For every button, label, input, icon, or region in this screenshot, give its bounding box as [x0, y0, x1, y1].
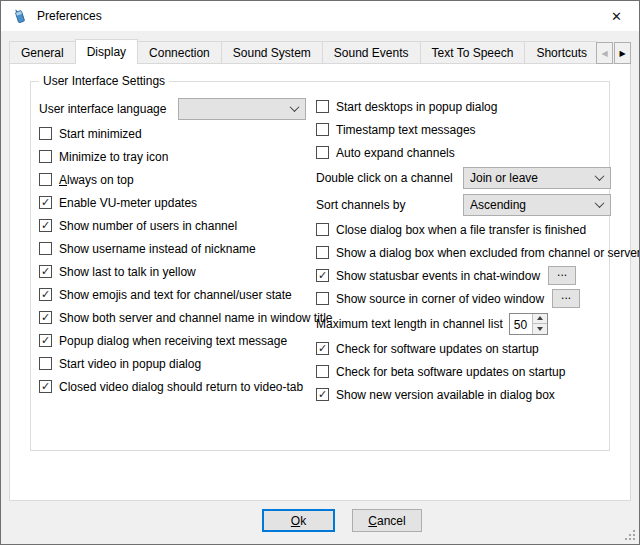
row-check-for-software-updates-on-startup[interactable]: ✓Check for software updates on startup	[316, 337, 609, 360]
row-check-for-beta-software-updates-on-startup[interactable]: ✓Check for beta software updates on star…	[316, 360, 609, 383]
row-show-emojis-and-text-for-channel-user-state[interactable]: ✓Show emojis and text for channel/user s…	[39, 283, 316, 306]
row-show-new-version-available-in-dialog-box[interactable]: ✓Show new version available in dialog bo…	[316, 383, 609, 406]
checkbox[interactable]: ✓	[39, 173, 52, 186]
chevron-down-icon	[595, 198, 605, 208]
row-start-minimized[interactable]: ✓Start minimized	[39, 122, 316, 145]
checkbox[interactable]: ✓	[316, 365, 329, 378]
tab-sound-events[interactable]: Sound Events	[322, 41, 421, 64]
checkbox-label: Check for software updates on startup	[336, 342, 539, 356]
right-column: ✓Start desktops in popup dialog✓Timestam…	[316, 95, 609, 406]
field-sort-channels-by: Sort channels byAscending	[316, 191, 609, 218]
row-auto-expand-channels[interactable]: ✓Auto expand channels	[316, 141, 609, 164]
tab-bar: GeneralDisplayConnectionSound SystemSoun…	[9, 39, 631, 64]
checkbox[interactable]: ✓	[39, 196, 52, 209]
row-show-statusbar-events-in-chat-window[interactable]: ✓Show statusbar events in chat-window...	[316, 264, 609, 287]
cancel-button[interactable]: Cancel	[352, 509, 422, 532]
row-show-source-in-corner-of-video-window[interactable]: ✓Show source in corner of video window..…	[316, 287, 609, 310]
checkbox[interactable]: ✓	[316, 292, 329, 305]
checkbox[interactable]: ✓	[39, 288, 52, 301]
row-start-video-in-popup-dialog[interactable]: ✓Start video in popup dialog	[39, 352, 316, 375]
double-click-on-a-channel-combobox[interactable]: Join or leave	[463, 167, 611, 189]
chevron-down-icon	[290, 102, 300, 112]
checkbox-label: Popup dialog when receiving text message	[59, 334, 287, 348]
more-button[interactable]: ...	[552, 289, 580, 308]
checkbox-label: Show last to talk in yellow	[59, 265, 196, 279]
group-title: User Interface Settings	[39, 74, 169, 88]
checkbox-label: Show username instead of nickname	[59, 242, 256, 256]
checkbox-label: Closed video dialog should return to vid…	[59, 380, 303, 394]
checkbox-label: Enable VU-meter updates	[59, 196, 197, 210]
row-close-dialog-box-when-a-file-transfer-is-finished[interactable]: ✓Close dialog box when a file transfer i…	[316, 218, 609, 241]
sort-channels-by-combobox[interactable]: Ascending	[463, 194, 611, 216]
checkbox-label: Always on top	[59, 173, 134, 187]
chevron-down-icon	[595, 171, 605, 181]
checkbox[interactable]: ✓	[316, 269, 329, 282]
checkbox[interactable]: ✓	[316, 223, 329, 236]
title-bar: Preferences ✕	[1, 1, 639, 31]
tab-sound-system[interactable]: Sound System	[221, 41, 323, 64]
spinner-buttons	[532, 314, 547, 334]
checkbox[interactable]: ✓	[39, 219, 52, 232]
checkbox-label: Show a dialog box when excluded from cha…	[336, 246, 640, 260]
row-timestamp-text-messages[interactable]: ✓Timestamp text messages	[316, 118, 609, 141]
tab-connection[interactable]: Connection	[137, 41, 222, 64]
tab-display[interactable]: Display	[75, 39, 138, 64]
row-enable-vu-meter-updates[interactable]: ✓Enable VU-meter updates	[39, 191, 316, 214]
row-show-last-to-talk-in-yellow[interactable]: ✓Show last to talk in yellow	[39, 260, 316, 283]
checkbox[interactable]: ✓	[39, 357, 52, 370]
field-double-click-on-a-channel: Double click on a channelJoin or leave	[316, 164, 609, 191]
row-closed-video-dialog-should-return-to-video-tab[interactable]: ✓Closed video dialog should return to vi…	[39, 375, 316, 398]
tab-text-to-speech[interactable]: Text To Speech	[420, 41, 526, 64]
close-button[interactable]: ✕	[594, 1, 639, 31]
maximum-text-length-in-channel-list-spinbox[interactable]: 50	[509, 313, 548, 335]
checkbox[interactable]: ✓	[316, 342, 329, 355]
arrow-up-icon	[537, 316, 543, 320]
check-icon: ✓	[41, 381, 50, 392]
resize-grip[interactable]	[633, 538, 635, 540]
checkbox-label: Start desktops in popup dialog	[336, 100, 497, 114]
checkbox[interactable]: ✓	[316, 146, 329, 159]
checkbox[interactable]: ✓	[39, 242, 52, 255]
checkbox-label: Show statusbar events in chat-window	[336, 269, 540, 283]
spin-down-button[interactable]	[533, 324, 547, 334]
checkbox[interactable]: ✓	[39, 334, 52, 347]
row-start-desktops-in-popup-dialog[interactable]: ✓Start desktops in popup dialog	[316, 95, 609, 118]
check-icon: ✓	[41, 266, 50, 277]
tab-scroll-left-button[interactable]: ◀	[596, 42, 613, 64]
row-always-on-top[interactable]: ✓Always on top	[39, 168, 316, 191]
tab-shortcuts[interactable]: Shortcuts	[524, 41, 597, 64]
checkbox[interactable]: ✓	[39, 127, 52, 140]
checkbox[interactable]: ✓	[316, 123, 329, 136]
checkbox[interactable]: ✓	[39, 311, 52, 324]
checkbox[interactable]: ✓	[316, 100, 329, 113]
settings-columns: User interface language✓Start minimized✓…	[31, 82, 609, 406]
checkbox[interactable]: ✓	[316, 246, 329, 259]
checkbox-label: Check for beta software updates on start…	[336, 365, 565, 379]
spinbox-value: 50	[510, 314, 532, 334]
more-button[interactable]: ...	[548, 266, 576, 285]
ok-button[interactable]: Ok	[262, 509, 335, 532]
check-icon: ✓	[41, 197, 50, 208]
row-popup-dialog-when-receiving-text-message[interactable]: ✓Popup dialog when receiving text messag…	[39, 329, 316, 352]
row-show-both-server-and-channel-name-in-window-title[interactable]: ✓Show both server and channel name in wi…	[39, 306, 316, 329]
checkbox-label: Minimize to tray icon	[59, 150, 168, 164]
window-title: Preferences	[37, 9, 102, 23]
row-show-number-of-users-in-channel[interactable]: ✓Show number of users in channel	[39, 214, 316, 237]
checkbox[interactable]: ✓	[316, 388, 329, 401]
check-icon: ✓	[318, 389, 327, 400]
checkbox[interactable]: ✓	[39, 265, 52, 278]
tab-general[interactable]: General	[9, 41, 76, 64]
field-label: User interface language	[39, 102, 178, 116]
user-interface-language-combobox[interactable]	[178, 98, 306, 120]
row-show-a-dialog-box-when-excluded-from-channel-or-server[interactable]: ✓Show a dialog box when excluded from ch…	[316, 241, 609, 264]
row-minimize-to-tray-icon[interactable]: ✓Minimize to tray icon	[39, 145, 316, 168]
spin-up-button[interactable]	[533, 314, 547, 325]
check-icon: ✓	[318, 343, 327, 354]
left-column: User interface language✓Start minimized✓…	[39, 95, 316, 406]
checkbox[interactable]: ✓	[39, 380, 52, 393]
tab-scroll-right-button[interactable]: ▶	[614, 42, 631, 64]
row-show-username-instead-of-nickname[interactable]: ✓Show username instead of nickname	[39, 237, 316, 260]
checkbox[interactable]: ✓	[39, 150, 52, 163]
checkbox-label: Show number of users in channel	[59, 219, 237, 233]
display-tab-page: User Interface Settings User interface l…	[9, 63, 631, 501]
